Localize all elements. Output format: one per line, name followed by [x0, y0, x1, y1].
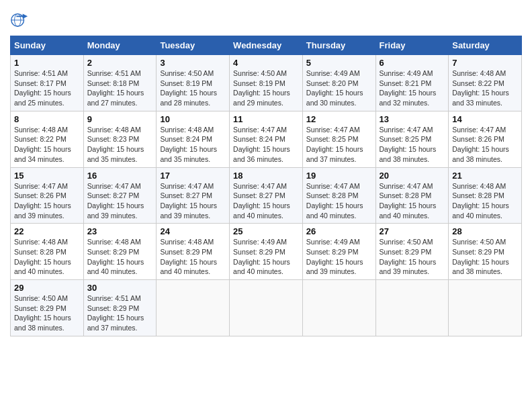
day-number: 2 — [87, 58, 153, 68]
day-number: 7 — [452, 58, 518, 68]
day-info: Sunrise: 4:48 AMSunset: 8:22 PMDaylight:… — [14, 126, 71, 163]
day-number: 11 — [233, 114, 299, 124]
calendar-cell: 14 Sunrise: 4:47 AMSunset: 8:26 PMDaylig… — [449, 111, 522, 167]
day-number: 20 — [380, 171, 445, 181]
day-info: Sunrise: 4:47 AMSunset: 8:25 PMDaylight:… — [380, 126, 437, 163]
calendar-cell: 12 Sunrise: 4:47 AMSunset: 8:25 PMDaylig… — [302, 111, 375, 167]
calendar-cell: 16 Sunrise: 4:47 AMSunset: 8:27 PMDaylig… — [83, 167, 157, 224]
day-number: 21 — [452, 171, 518, 181]
calendar-cell: 10 Sunrise: 4:48 AMSunset: 8:24 PMDaylig… — [157, 111, 230, 167]
day-info: Sunrise: 4:48 AMSunset: 8:28 PMDaylight:… — [14, 238, 71, 275]
day-info: Sunrise: 4:47 AMSunset: 8:27 PMDaylight:… — [233, 182, 290, 220]
day-info: Sunrise: 4:50 AMSunset: 8:19 PMDaylight:… — [160, 69, 217, 107]
day-number: 15 — [14, 171, 80, 181]
calendar-cell: 18 Sunrise: 4:47 AMSunset: 8:27 PMDaylig… — [230, 167, 303, 224]
calendar-cell: 25 Sunrise: 4:49 AMSunset: 8:29 PMDaylig… — [230, 224, 303, 280]
day-number: 29 — [14, 283, 80, 293]
calendar-cell: 8 Sunrise: 4:48 AMSunset: 8:22 PMDayligh… — [11, 111, 84, 167]
day-info: Sunrise: 4:47 AMSunset: 8:27 PMDaylight:… — [87, 182, 144, 220]
calendar-cell: 17 Sunrise: 4:47 AMSunset: 8:27 PMDaylig… — [157, 167, 230, 224]
calendar-cell: 29 Sunrise: 4:50 AMSunset: 8:29 PMDaylig… — [11, 280, 84, 336]
logo — [10, 10, 32, 29]
day-info: Sunrise: 4:47 AMSunset: 8:26 PMDaylight:… — [14, 182, 71, 220]
day-number: 4 — [233, 58, 299, 68]
calendar-cell: 13 Sunrise: 4:47 AMSunset: 8:25 PMDaylig… — [375, 111, 449, 167]
day-number: 30 — [87, 283, 153, 293]
header-cell-tuesday: Tuesday — [157, 36, 230, 55]
day-number: 12 — [306, 114, 372, 124]
header-cell-wednesday: Wednesday — [230, 36, 303, 55]
calendar-cell: 11 Sunrise: 4:47 AMSunset: 8:24 PMDaylig… — [230, 111, 303, 167]
day-number: 8 — [14, 114, 80, 124]
calendar-cell: 21 Sunrise: 4:48 AMSunset: 8:28 PMDaylig… — [449, 167, 522, 224]
day-info: Sunrise: 4:50 AMSunset: 8:19 PMDaylight:… — [233, 69, 290, 107]
day-info: Sunrise: 4:48 AMSunset: 8:22 PMDaylight:… — [452, 69, 509, 107]
day-number: 9 — [87, 114, 153, 124]
calendar-cell: 28 Sunrise: 4:50 AMSunset: 8:29 PMDaylig… — [449, 224, 522, 280]
day-number: 16 — [87, 171, 153, 181]
day-number: 24 — [160, 226, 226, 236]
day-info: Sunrise: 4:49 AMSunset: 8:20 PMDaylight:… — [306, 69, 363, 107]
calendar-week-2: 8 Sunrise: 4:48 AMSunset: 8:22 PMDayligh… — [11, 111, 522, 167]
day-number: 17 — [160, 171, 226, 181]
logo-icon — [10, 10, 29, 29]
calendar-week-1: 1 Sunrise: 4:51 AMSunset: 8:17 PMDayligh… — [11, 55, 522, 111]
day-info: Sunrise: 4:51 AMSunset: 8:18 PMDaylight:… — [87, 69, 144, 107]
calendar-cell: 27 Sunrise: 4:50 AMSunset: 8:29 PMDaylig… — [375, 224, 449, 280]
day-number: 5 — [306, 58, 372, 68]
calendar-cell: 15 Sunrise: 4:47 AMSunset: 8:26 PMDaylig… — [11, 167, 84, 224]
day-info: Sunrise: 4:49 AMSunset: 8:29 PMDaylight:… — [233, 238, 290, 275]
calendar-table: SundayMondayTuesdayWednesdayThursdayFrid… — [10, 36, 522, 336]
day-info: Sunrise: 4:48 AMSunset: 8:29 PMDaylight:… — [87, 238, 144, 275]
calendar-cell — [302, 280, 375, 336]
day-info: Sunrise: 4:48 AMSunset: 8:23 PMDaylight:… — [87, 126, 144, 163]
calendar-week-5: 29 Sunrise: 4:50 AMSunset: 8:29 PMDaylig… — [11, 280, 522, 336]
day-info: Sunrise: 4:47 AMSunset: 8:28 PMDaylight:… — [306, 182, 363, 220]
day-info: Sunrise: 4:48 AMSunset: 8:24 PMDaylight:… — [160, 126, 217, 163]
day-number: 3 — [160, 58, 226, 68]
calendar-cell — [157, 280, 230, 336]
day-info: Sunrise: 4:47 AMSunset: 8:24 PMDaylight:… — [233, 126, 290, 163]
day-info: Sunrise: 4:47 AMSunset: 8:27 PMDaylight:… — [160, 182, 217, 220]
calendar-cell: 9 Sunrise: 4:48 AMSunset: 8:23 PMDayligh… — [83, 111, 157, 167]
calendar-cell: 26 Sunrise: 4:49 AMSunset: 8:29 PMDaylig… — [302, 224, 375, 280]
calendar-cell: 1 Sunrise: 4:51 AMSunset: 8:17 PMDayligh… — [11, 55, 84, 111]
day-info: Sunrise: 4:51 AMSunset: 8:17 PMDaylight:… — [14, 69, 71, 107]
day-info: Sunrise: 4:47 AMSunset: 8:26 PMDaylight:… — [452, 126, 509, 163]
calendar-cell: 22 Sunrise: 4:48 AMSunset: 8:28 PMDaylig… — [11, 224, 84, 280]
calendar-cell: 20 Sunrise: 4:47 AMSunset: 8:28 PMDaylig… — [375, 167, 449, 224]
day-info: Sunrise: 4:48 AMSunset: 8:28 PMDaylight:… — [452, 182, 509, 220]
calendar-week-3: 15 Sunrise: 4:47 AMSunset: 8:26 PMDaylig… — [11, 167, 522, 224]
calendar-cell: 19 Sunrise: 4:47 AMSunset: 8:28 PMDaylig… — [302, 167, 375, 224]
day-number: 18 — [233, 171, 299, 181]
day-info: Sunrise: 4:50 AMSunset: 8:29 PMDaylight:… — [14, 294, 71, 332]
day-number: 10 — [160, 114, 226, 124]
calendar-cell: 30 Sunrise: 4:51 AMSunset: 8:29 PMDaylig… — [83, 280, 157, 336]
header-cell-thursday: Thursday — [302, 36, 375, 55]
day-info: Sunrise: 4:47 AMSunset: 8:28 PMDaylight:… — [380, 182, 437, 220]
day-number: 25 — [233, 226, 299, 236]
day-number: 23 — [87, 226, 153, 236]
day-info: Sunrise: 4:47 AMSunset: 8:25 PMDaylight:… — [306, 126, 363, 163]
calendar-cell: 6 Sunrise: 4:49 AMSunset: 8:21 PMDayligh… — [375, 55, 449, 111]
day-number: 28 — [452, 226, 518, 236]
day-info: Sunrise: 4:50 AMSunset: 8:29 PMDaylight:… — [452, 238, 509, 275]
calendar-cell: 5 Sunrise: 4:49 AMSunset: 8:20 PMDayligh… — [302, 55, 375, 111]
day-number: 13 — [380, 114, 445, 124]
calendar-cell: 24 Sunrise: 4:48 AMSunset: 8:29 PMDaylig… — [157, 224, 230, 280]
header-cell-monday: Monday — [83, 36, 157, 55]
header-cell-friday: Friday — [375, 36, 449, 55]
calendar-cell: 4 Sunrise: 4:50 AMSunset: 8:19 PMDayligh… — [230, 55, 303, 111]
day-number: 1 — [14, 58, 80, 68]
day-info: Sunrise: 4:49 AMSunset: 8:29 PMDaylight:… — [306, 238, 363, 275]
header-cell-sunday: Sunday — [11, 36, 84, 55]
day-number: 22 — [14, 226, 80, 236]
calendar-cell — [230, 280, 303, 336]
day-number: 14 — [452, 114, 518, 124]
calendar-cell: 3 Sunrise: 4:50 AMSunset: 8:19 PMDayligh… — [157, 55, 230, 111]
calendar-cell: 2 Sunrise: 4:51 AMSunset: 8:18 PMDayligh… — [83, 55, 157, 111]
page-header — [10, 10, 522, 29]
header-cell-saturday: Saturday — [449, 36, 522, 55]
calendar-cell: 7 Sunrise: 4:48 AMSunset: 8:22 PMDayligh… — [449, 55, 522, 111]
day-info: Sunrise: 4:50 AMSunset: 8:29 PMDaylight:… — [380, 238, 437, 275]
